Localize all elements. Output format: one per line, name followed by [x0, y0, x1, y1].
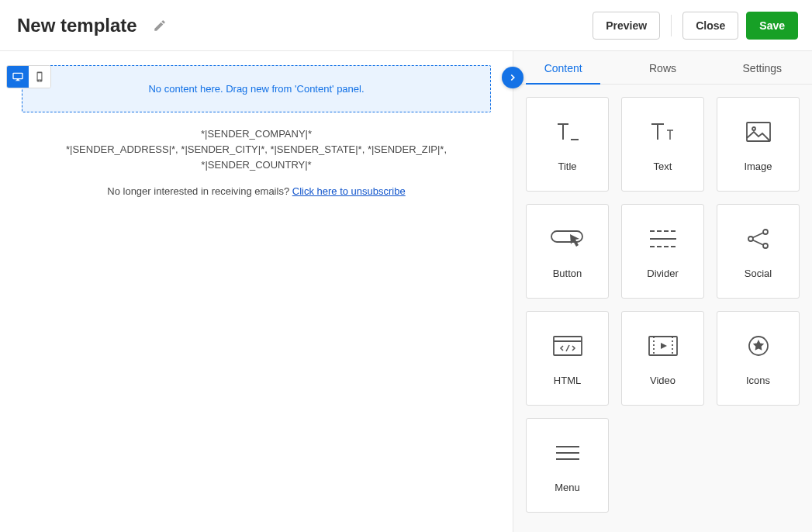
canvas-column: No content here. Drag new from 'Content'… [0, 51, 513, 532]
content-tiles: Title Text Image Button [513, 85, 812, 519]
tab-rows[interactable]: Rows [613, 51, 712, 84]
tile-video[interactable]: Video [621, 311, 704, 406]
page-title: New template [17, 15, 137, 36]
unsubscribe-row: No longer interested in receiving emails… [22, 184, 491, 199]
tile-title[interactable]: Title [526, 97, 609, 192]
panel-collapse-toggle[interactable] [502, 67, 523, 88]
desktop-view-button[interactable] [7, 66, 29, 88]
tile-divider[interactable]: Divider [621, 204, 704, 299]
social-icon [745, 224, 772, 254]
video-icon [648, 331, 679, 361]
mobile-view-button[interactable] [29, 66, 50, 88]
image-icon [745, 117, 772, 147]
html-icon [552, 331, 583, 361]
save-button[interactable]: Save [746, 12, 798, 40]
mobile-icon [34, 71, 45, 82]
icons-icon [747, 331, 770, 361]
sender-address: *|SENDER_ADDRESS|*, *|SENDER_CITY|*, *|S… [22, 142, 491, 157]
canvas[interactable]: No content here. Drag new from 'Content'… [0, 51, 513, 200]
side-panel: Content Rows Settings Title Text [513, 51, 812, 532]
svg-point-5 [763, 244, 768, 248]
svg-point-4 [763, 230, 768, 234]
tile-icons[interactable]: Icons [717, 311, 800, 406]
menu-icon [555, 438, 581, 468]
title-icon [551, 117, 584, 147]
device-toggle [6, 65, 51, 88]
desktop-icon [12, 71, 24, 83]
preview-button[interactable]: Preview [593, 12, 660, 40]
text-icon [647, 117, 679, 147]
unsubscribe-prompt: No longer interested in receiving emails… [107, 185, 292, 197]
svg-rect-2 [551, 231, 582, 242]
panel-tabs: Content Rows Settings [513, 51, 812, 85]
divider-icon [647, 224, 679, 254]
header-actions: Preview Close Save [593, 12, 798, 40]
tile-image[interactable]: Image [717, 97, 800, 192]
svg-rect-6 [554, 337, 582, 355]
sender-country: *|SENDER_COUNTRY|* [22, 157, 491, 173]
empty-drop-zone[interactable]: No content here. Drag new from 'Content'… [22, 65, 491, 112]
edit-title-icon[interactable] [153, 19, 167, 33]
tile-html[interactable]: HTML [526, 311, 609, 406]
svg-point-1 [752, 127, 755, 130]
tile-social[interactable]: Social [717, 204, 800, 299]
header: New template Preview Close Save [0, 0, 812, 51]
tab-content[interactable]: Content [513, 51, 613, 84]
template-footer: *|SENDER_COMPANY|* *|SENDER_ADDRESS|*, *… [22, 126, 491, 200]
chevron-right-icon [507, 72, 518, 83]
close-button[interactable]: Close [682, 12, 738, 40]
sender-company: *|SENDER_COMPANY|* [22, 126, 491, 142]
unsubscribe-link[interactable]: Click here to unsubscribe [292, 185, 406, 197]
svg-point-3 [748, 237, 753, 241]
main: No content here. Drag new from 'Content'… [0, 51, 812, 532]
tile-menu[interactable]: Menu [526, 418, 609, 513]
tile-text[interactable]: Text [621, 97, 704, 192]
header-left: New template [17, 15, 167, 36]
button-icon [550, 224, 586, 254]
tab-settings[interactable]: Settings [713, 51, 812, 84]
divider [671, 15, 672, 36]
tile-button[interactable]: Button [526, 204, 609, 299]
